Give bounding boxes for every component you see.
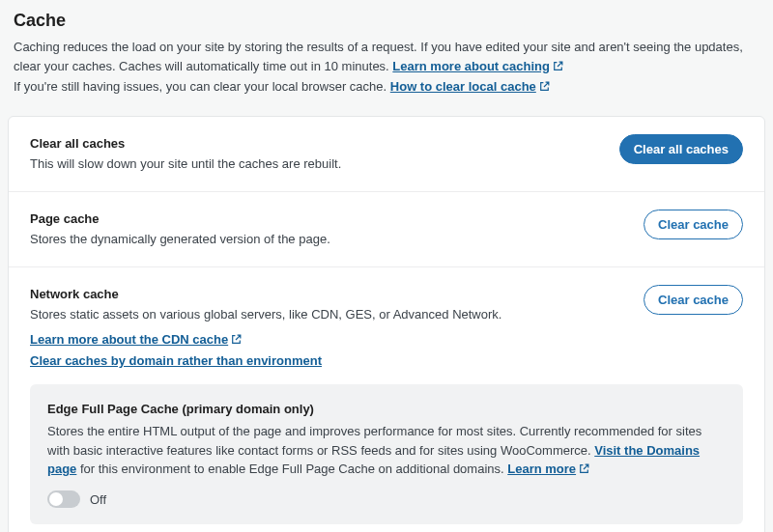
- clear-all-title: Clear all caches: [30, 134, 604, 154]
- section-network-cache: Network cache Stores static assets on va…: [9, 266, 764, 533]
- external-link-icon: [538, 79, 551, 92]
- page-description: Caching reduces the load on your site by…: [14, 38, 759, 97]
- section-page-cache: Page cache Stores the dynamically genera…: [9, 191, 764, 266]
- network-cache-title: Network cache: [30, 285, 628, 304]
- external-link-icon: [552, 59, 564, 71]
- edge-fpc-title: Edge Full Page Cache (primary domain onl…: [47, 400, 726, 419]
- clear-page-cache-button[interactable]: Clear cache: [644, 210, 743, 239]
- clear-all-caches-button[interactable]: Clear all caches: [619, 134, 743, 164]
- clear-by-domain-link[interactable]: Clear caches by domain rather than envir…: [30, 353, 322, 368]
- page-desc-text-2: If you're still having issues, you can c…: [14, 79, 386, 94]
- edge-fpc-toggle-label: Off: [90, 490, 106, 510]
- network-cache-desc: Stores static assets on various global s…: [30, 305, 628, 324]
- page-desc-text-1: Caching reduces the load on your site by…: [14, 40, 743, 73]
- learn-more-cdn-link[interactable]: Learn more about the CDN cache: [30, 332, 228, 347]
- cache-card: Clear all caches This will slow down you…: [8, 116, 765, 533]
- how-to-clear-local-cache-link[interactable]: How to clear local cache: [390, 79, 536, 94]
- page-cache-title: Page cache: [30, 210, 628, 229]
- external-link-icon: [230, 332, 243, 345]
- clear-network-cache-button[interactable]: Clear cache: [644, 285, 743, 315]
- learn-more-caching-link[interactable]: Learn more about caching: [392, 59, 550, 73]
- section-clear-all: Clear all caches This will slow down you…: [9, 117, 764, 191]
- clear-all-desc: This will slow down your site until the …: [30, 154, 604, 174]
- edge-fpc-desc: Stores the entire HTML output of the pag…: [47, 422, 726, 479]
- edge-fpc-subcard: Edge Full Page Cache (primary domain onl…: [30, 384, 743, 525]
- edge-fpc-toggle[interactable]: [47, 490, 80, 508]
- edge-fpc-learn-more-link[interactable]: Learn more: [507, 462, 576, 476]
- page-cache-desc: Stores the dynamically generated version…: [30, 230, 628, 249]
- page-title: Cache: [14, 8, 759, 34]
- external-link-icon: [578, 462, 590, 474]
